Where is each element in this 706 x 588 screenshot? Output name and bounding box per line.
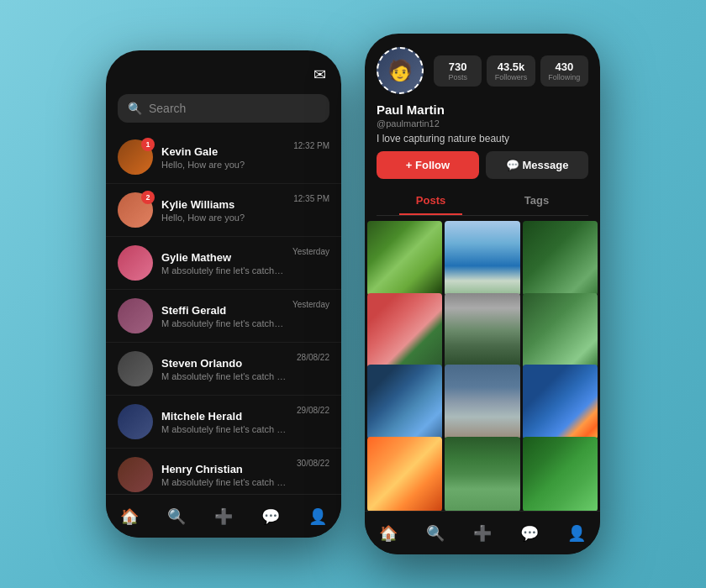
contact-name-0: Kevin Gale xyxy=(161,145,285,158)
contact-name-6: Henry Christian xyxy=(161,463,288,475)
message-icon: 💬 xyxy=(506,159,519,171)
profile-stats: 730 Posts 43.5k Followers 430 Following xyxy=(434,55,588,87)
contact-time-4: 28/08/22 xyxy=(297,353,329,362)
search-icon: 🔍 xyxy=(128,102,142,115)
tab-posts[interactable]: Posts xyxy=(399,187,462,215)
contact-name-4: Steven Orlando xyxy=(161,357,288,370)
right-bottom-nav: 🏠 🔍 ➕ 💬 👤 xyxy=(365,511,600,554)
nav-add-icon[interactable]: ➕ xyxy=(208,501,240,533)
badge-0: 1 xyxy=(141,138,155,151)
contact-msg-5: M absolutely fine let's catch up.. xyxy=(161,424,288,434)
contact-msg-0: Hello, How are you? xyxy=(161,160,285,170)
right-nav-add-icon[interactable]: ➕ xyxy=(466,517,498,549)
photo-4[interactable] xyxy=(367,293,442,368)
contact-name-1: Kylie Williams xyxy=(161,198,285,211)
photo-9[interactable] xyxy=(523,365,598,439)
contact-time-3: Yesterday xyxy=(292,300,329,309)
contact-msg-2: M absolutely fine let's catch up.. xyxy=(161,265,284,276)
contact-msg-1: Hello, How are you? xyxy=(161,213,285,223)
profile-header: 🧑 730 Posts 43.5k Followers 430 Followin… xyxy=(365,34,600,102)
search-bar[interactable]: 🔍 Search xyxy=(118,94,329,123)
contact-item-2[interactable]: Gylie MathewM absolutely fine let's catc… xyxy=(106,237,341,290)
contact-item-4[interactable]: Steven OrlandoM absolutely fine let's ca… xyxy=(106,343,341,396)
contact-time-0: 12:32 PM xyxy=(293,141,329,150)
stat-followers: 43.5k Followers xyxy=(487,55,535,87)
photo-2[interactable] xyxy=(445,221,519,296)
avatar-2 xyxy=(118,245,153,281)
photo-11[interactable] xyxy=(445,437,519,512)
following-count: 430 xyxy=(544,60,585,73)
nav-profile-icon[interactable]: 👤 xyxy=(302,501,334,533)
avatar-6 xyxy=(118,457,153,492)
contact-list: 1Kevin GaleHello, How are you?12:32 PM2K… xyxy=(106,131,341,501)
avatar-5 xyxy=(118,404,153,439)
profile-name: Paul Martin xyxy=(377,102,588,117)
photo-grid xyxy=(365,216,600,511)
nav-home-icon[interactable]: 🏠 xyxy=(113,501,145,533)
left-phone: ✉ 🔍 Search 1Kevin GaleHello, How are you… xyxy=(106,50,341,538)
contact-name-5: Mitchele Herald xyxy=(161,410,288,423)
message-label: Message xyxy=(523,159,569,171)
contact-item-1[interactable]: 2Kylie WilliamsHello, How are you?12:35 … xyxy=(106,184,341,237)
tab-tags[interactable]: Tags xyxy=(508,187,566,215)
followers-label: Followers xyxy=(490,73,531,81)
right-nav-profile-icon[interactable]: 👤 xyxy=(561,517,593,549)
right-nav-chat-icon[interactable]: 💬 xyxy=(514,517,545,549)
contact-time-2: Yesterday xyxy=(292,247,329,256)
photo-7[interactable] xyxy=(367,365,442,439)
photo-8[interactable] xyxy=(445,365,519,439)
mail-icon[interactable]: ✉ xyxy=(313,66,326,84)
contact-msg-3: M absolutely fine let's catch up.. xyxy=(161,318,284,328)
avatar-4 xyxy=(118,351,153,386)
photo-5[interactable] xyxy=(445,293,519,368)
posts-count: 730 xyxy=(437,60,478,73)
profile-handle: @paulmartin12 xyxy=(377,118,588,129)
right-phone: 🧑 730 Posts 43.5k Followers 430 Followin… xyxy=(365,34,600,554)
contact-time-1: 12:35 PM xyxy=(293,194,329,203)
nav-search-icon[interactable]: 🔍 xyxy=(161,501,192,533)
photo-12[interactable] xyxy=(523,437,598,512)
nav-chat-icon[interactable]: 💬 xyxy=(255,501,287,533)
profile-info: Paul Martin @paulmartin12 I love capturi… xyxy=(365,102,600,151)
right-nav-home-icon[interactable]: 🏠 xyxy=(372,517,404,549)
photo-10[interactable] xyxy=(367,437,442,512)
contact-msg-6: M absolutely fine let's catch up.. xyxy=(161,477,288,487)
photo-6[interactable] xyxy=(523,293,598,368)
contact-time-6: 30/08/22 xyxy=(297,459,329,468)
contact-name-3: Steffi Gerald xyxy=(161,304,284,317)
stat-following: 430 Following xyxy=(540,55,588,87)
photo-3[interactable] xyxy=(523,221,598,296)
avatar-3 xyxy=(118,298,153,333)
contact-time-5: 29/08/22 xyxy=(297,406,329,415)
left-bottom-nav: 🏠 🔍 ➕ 💬 👤 xyxy=(106,494,341,538)
contact-item-5[interactable]: Mitchele HeraldM absolutely fine let's c… xyxy=(106,396,341,449)
stat-posts: 730 Posts xyxy=(434,55,482,87)
left-header: ✉ xyxy=(106,50,341,89)
right-nav-search-icon[interactable]: 🔍 xyxy=(419,517,451,549)
message-button[interactable]: 💬 Message xyxy=(486,151,588,179)
contact-name-2: Gylie Mathew xyxy=(161,251,284,264)
follow-button[interactable]: + Follow xyxy=(377,151,479,179)
profile-tabs: Posts Tags xyxy=(377,187,588,216)
profile-avatar: 🧑 xyxy=(377,47,424,94)
following-label: Following xyxy=(544,73,585,81)
action-buttons: + Follow 💬 Message xyxy=(365,151,600,187)
contact-item-3[interactable]: Steffi GeraldM absolutely fine let's cat… xyxy=(106,290,341,343)
search-placeholder: Search xyxy=(149,102,186,115)
contact-msg-4: M absolutely fine let's catch up.. xyxy=(161,371,288,381)
followers-count: 43.5k xyxy=(490,60,531,73)
badge-1: 2 xyxy=(141,191,155,204)
posts-label: Posts xyxy=(437,73,478,81)
contact-item-0[interactable]: 1Kevin GaleHello, How are you?12:32 PM xyxy=(106,131,341,184)
profile-bio: I love capturing nature beauty xyxy=(377,133,588,144)
photo-1[interactable] xyxy=(367,221,442,296)
